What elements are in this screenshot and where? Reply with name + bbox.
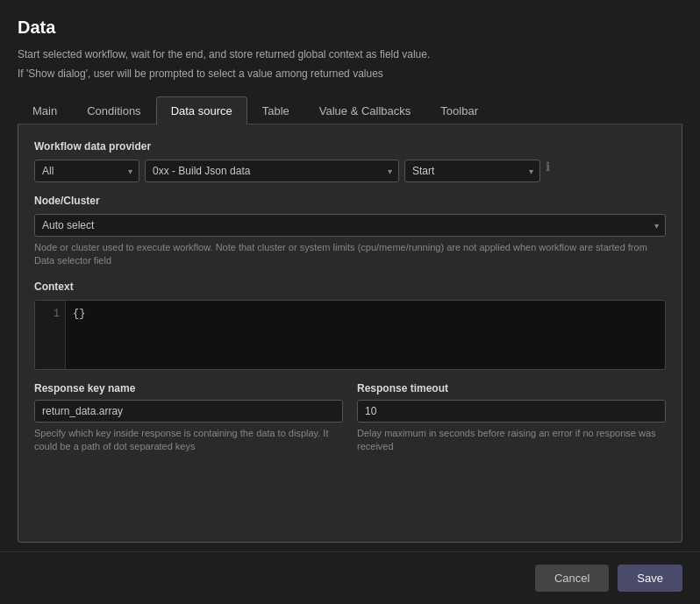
node-select-wrapper: Auto select xyxy=(34,214,666,237)
workflow-start-select[interactable]: Start xyxy=(404,160,540,182)
tab-table[interactable]: Table xyxy=(247,96,304,124)
workflow-label: Workflow data provider xyxy=(34,140,666,153)
tab-value-callbacks[interactable]: Value & Callbacks xyxy=(304,96,426,124)
tab-main[interactable]: Main xyxy=(18,96,72,124)
workflow-row: All 0xx - Build Json data Start ℹ xyxy=(34,160,666,182)
description-1: Start selected workflow, wait for the en… xyxy=(18,46,682,62)
response-key-input[interactable] xyxy=(34,400,343,423)
main-container: Data Start selected workflow, wait for t… xyxy=(0,0,700,551)
response-timeout-col: Response timeout Delay maximum in second… xyxy=(357,382,666,454)
footer: Cancel Save xyxy=(0,551,700,604)
workflow-start-wrapper: Start xyxy=(404,160,540,182)
node-select[interactable]: Auto select xyxy=(34,214,666,237)
response-timeout-help: Delay maximum in seconds before raising … xyxy=(357,427,666,454)
tab-toolbar[interactable]: Toolbar xyxy=(425,96,493,124)
response-row: Response key name Specify which key insi… xyxy=(34,382,666,454)
tab-bar: Main Conditions Data source Table Value … xyxy=(18,96,682,124)
response-timeout-label: Response timeout xyxy=(357,382,666,394)
save-button[interactable]: Save xyxy=(618,565,682,592)
workflow-build-json-select[interactable]: 0xx - Build Json data xyxy=(145,160,399,182)
info-icon: ℹ xyxy=(546,160,550,182)
tab-conditions[interactable]: Conditions xyxy=(72,96,155,124)
line-numbers: 1 xyxy=(35,301,66,369)
cancel-button[interactable]: Cancel xyxy=(535,565,609,592)
node-label: Node/Cluster xyxy=(34,195,666,207)
panel-content: Workflow data provider All 0xx - Build J… xyxy=(18,124,682,543)
code-editor[interactable]: 1 {} xyxy=(34,300,666,370)
line-number-1: 1 xyxy=(54,308,60,320)
node-section: Node/Cluster Auto select Node or cluster… xyxy=(34,195,666,268)
code-content[interactable]: {} xyxy=(66,301,665,369)
context-section: Context 1 {} xyxy=(34,281,666,370)
workflow-all-wrapper: All xyxy=(34,160,139,182)
page-title: Data xyxy=(18,18,682,38)
response-key-help: Specify which key inside response is con… xyxy=(34,427,343,454)
tab-data-source[interactable]: Data source xyxy=(156,96,247,124)
response-timeout-input[interactable] xyxy=(357,400,666,423)
description-2: If 'Show dialog', user will be prompted … xyxy=(18,66,682,82)
node-help-text: Node or cluster used to execute workflow… xyxy=(34,241,666,268)
response-key-label: Response key name xyxy=(34,382,343,394)
workflow-all-select[interactable]: All xyxy=(34,160,139,182)
response-key-col: Response key name Specify which key insi… xyxy=(34,382,343,454)
context-label: Context xyxy=(34,281,666,293)
workflow-build-json-wrapper: 0xx - Build Json data xyxy=(145,160,399,182)
